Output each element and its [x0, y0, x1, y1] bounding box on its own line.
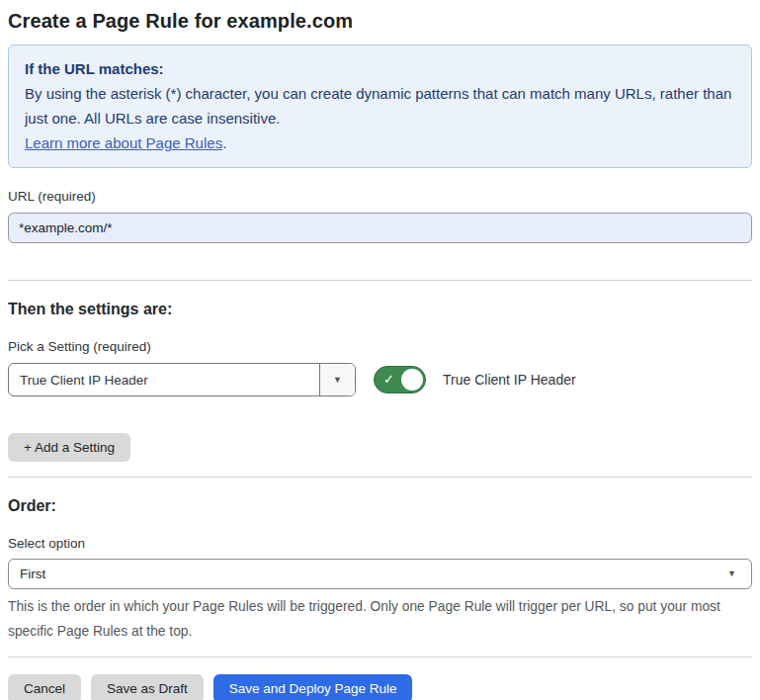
- setting-select-caret-button[interactable]: ▼: [319, 364, 355, 395]
- toggle-knob: [401, 369, 423, 391]
- save-deploy-button[interactable]: Save and Deploy Page Rule: [213, 674, 413, 700]
- order-select-value: First: [20, 567, 45, 581]
- save-as-draft-button[interactable]: Save as Draft: [91, 674, 204, 700]
- order-select-label: Select option: [8, 536, 752, 551]
- info-box-link-line: Learn more about Page Rules.: [25, 131, 735, 155]
- page-title: Create a Page Rule for example.com: [8, 8, 752, 34]
- learn-more-link[interactable]: Learn more about Page Rules: [25, 134, 222, 151]
- url-input[interactable]: [8, 213, 752, 243]
- order-select[interactable]: First ▼: [8, 559, 752, 589]
- order-help-text: This is the order in which your Page Rul…: [8, 594, 744, 644]
- order-section-heading: Order:: [8, 497, 752, 515]
- footer-actions: Cancel Save as Draft Save and Deploy Pag…: [8, 674, 752, 700]
- chevron-down-icon: ▼: [727, 569, 736, 578]
- setting-select[interactable]: True Client IP Header ▼: [8, 363, 356, 396]
- pick-setting-label: Pick a Setting (required): [8, 339, 752, 354]
- url-field-label: URL (required): [8, 189, 752, 204]
- add-setting-button[interactable]: + Add a Setting: [8, 433, 130, 462]
- cancel-button[interactable]: Cancel: [8, 674, 81, 700]
- chevron-down-icon: ▼: [333, 376, 342, 385]
- section-divider: [8, 477, 752, 478]
- url-match-info-box: If the URL matches: By using the asteris…: [8, 44, 752, 168]
- toggle-group: ✓ True Client IP Header: [374, 366, 576, 394]
- toggle-label: True Client IP Header: [443, 372, 576, 388]
- link-period: .: [222, 134, 226, 151]
- check-icon: ✓: [383, 372, 394, 387]
- settings-section-heading: Then the settings are:: [8, 301, 752, 318]
- setting-row: True Client IP Header ▼ ✓ True Client IP…: [8, 363, 752, 396]
- info-box-heading: If the URL matches:: [25, 56, 735, 81]
- section-divider: [8, 280, 752, 281]
- info-box-body: By using the asterisk (*) character, you…: [25, 81, 735, 131]
- page-rule-form: Create a Page Rule for example.com If th…: [0, 0, 760, 700]
- section-divider: [8, 656, 752, 657]
- setting-select-value: True Client IP Header: [9, 364, 319, 395]
- setting-toggle[interactable]: ✓: [374, 366, 426, 394]
